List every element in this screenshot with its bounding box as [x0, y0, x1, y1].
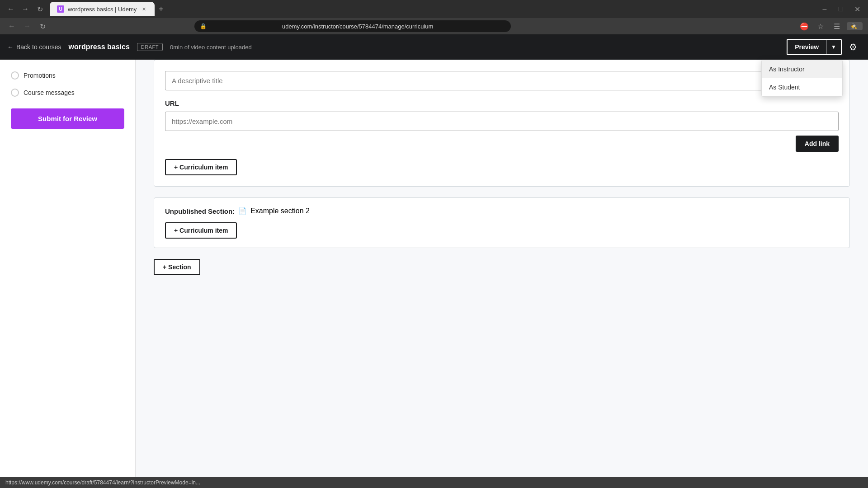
status-bar: https://www.udemy.com/course/draft/57844… [0, 477, 868, 488]
addr-forward-btn[interactable]: → [21, 20, 33, 33]
content-area: URL Add link + Curriculum item Unpublish… [136, 60, 868, 477]
tab-title: wordpress basics | Udemy [68, 6, 137, 13]
title-input[interactable] [165, 71, 839, 90]
sidebar-item-course-messages-label: Course messages [24, 89, 75, 96]
lock-icon: 🔒 [200, 23, 207, 29]
back-to-courses-label: Back to courses [16, 43, 61, 51]
draft-badge: DRAFT [137, 43, 163, 51]
title-url-form: URL Add link + Curriculum item [154, 60, 850, 187]
url-label: URL [165, 99, 839, 107]
back-to-courses-link[interactable]: ← Back to courses [7, 43, 61, 51]
sidebar-item-promotions[interactable]: Promotions [0, 67, 135, 84]
browser-actions: ⛔ ☆ ☰ 🕵 [798, 20, 863, 33]
tab-favicon: U [57, 5, 64, 13]
address-bar[interactable]: 🔒 udemy.com/instructor/course/5784474/ma… [194, 20, 511, 32]
active-tab[interactable]: U wordpress basics | Udemy ✕ [50, 2, 155, 16]
section-2-prefix: Unpublished Section: [165, 207, 235, 215]
submit-review-button[interactable]: Submit for Review [11, 108, 124, 129]
preview-button[interactable]: Preview [788, 40, 826, 54]
url-text: udemy.com/instructor/course/5784474/mana… [210, 23, 505, 30]
course-messages-radio[interactable] [11, 89, 19, 97]
tab-close-btn[interactable]: ✕ [140, 5, 147, 13]
add-link-row: Add link [165, 136, 839, 152]
url-input[interactable] [165, 112, 839, 131]
app-header: ← Back to courses wordpress basics DRAFT… [0, 34, 868, 60]
section-2-title: Example section 2 [250, 207, 310, 215]
tab-list: U wordpress basics | Udemy ✕ + [50, 2, 769, 16]
main-layout: Promotions Course messages Submit for Re… [0, 60, 868, 477]
refresh-btn[interactable]: ↻ [33, 3, 46, 15]
add-link-button[interactable]: Add link [796, 136, 839, 152]
addr-refresh-btn[interactable]: ↻ [36, 20, 49, 33]
minimize-btn[interactable]: – [818, 3, 831, 15]
add-curriculum-item-button-1[interactable]: + Curriculum item [165, 159, 237, 175]
document-icon: 📄 [238, 207, 247, 215]
browser-tab-bar: ← → ↻ U wordpress basics | Udemy ✕ + – □… [0, 0, 868, 18]
forward-nav-btn[interactable]: → [19, 3, 32, 15]
incognito-icon: 🕵 [850, 23, 857, 29]
section-2-block: Unpublished Section: 📄 Example section 2… [154, 197, 850, 248]
section-2-header: Unpublished Section: 📄 Example section 2 [165, 207, 839, 215]
video-status: 0min of video content uploaded [170, 44, 252, 51]
preview-as-student-item[interactable]: As Student [762, 78, 842, 96]
preview-menu: As Instructor As Student [761, 60, 843, 97]
status-url: https://www.udemy.com/course/draft/57844… [5, 479, 200, 486]
addr-back-btn[interactable]: ← [5, 20, 18, 33]
add-section-button[interactable]: + Section [154, 259, 200, 275]
add-curriculum-item-button-2[interactable]: + Curriculum item [165, 222, 237, 239]
incognito-badge: 🕵 [847, 22, 863, 30]
sidebar: Promotions Course messages Submit for Re… [0, 60, 136, 477]
settings-button[interactable]: ⚙ [845, 38, 861, 56]
preview-dropdown-arrow[interactable]: ▼ [826, 40, 841, 54]
address-bar-row: ← → ↻ 🔒 udemy.com/instructor/course/5784… [0, 18, 868, 34]
sidebar-icon[interactable]: ☰ [830, 20, 843, 33]
no-camera-icon[interactable]: ⛔ [798, 20, 811, 33]
sidebar-item-promotions-label: Promotions [24, 72, 56, 79]
promotions-radio[interactable] [11, 71, 19, 80]
section-2-label: Unpublished Section: [165, 207, 235, 215]
nav-controls: ← → ↻ [5, 3, 46, 15]
preview-as-instructor-item[interactable]: As Instructor [762, 60, 842, 78]
preview-dropdown[interactable]: Preview ▼ [787, 39, 842, 55]
header-right: Preview ▼ ⚙ As Instructor As Student [787, 38, 861, 56]
bookmark-icon[interactable]: ☆ [814, 20, 827, 33]
course-title: wordpress basics [69, 43, 130, 51]
back-nav-btn[interactable]: ← [5, 3, 17, 15]
maximize-btn[interactable]: □ [835, 3, 847, 15]
sidebar-item-course-messages[interactable]: Course messages [0, 84, 135, 101]
close-btn[interactable]: ✕ [851, 3, 863, 15]
new-tab-btn[interactable]: + [155, 3, 167, 15]
back-arrow-icon: ← [7, 43, 14, 51]
